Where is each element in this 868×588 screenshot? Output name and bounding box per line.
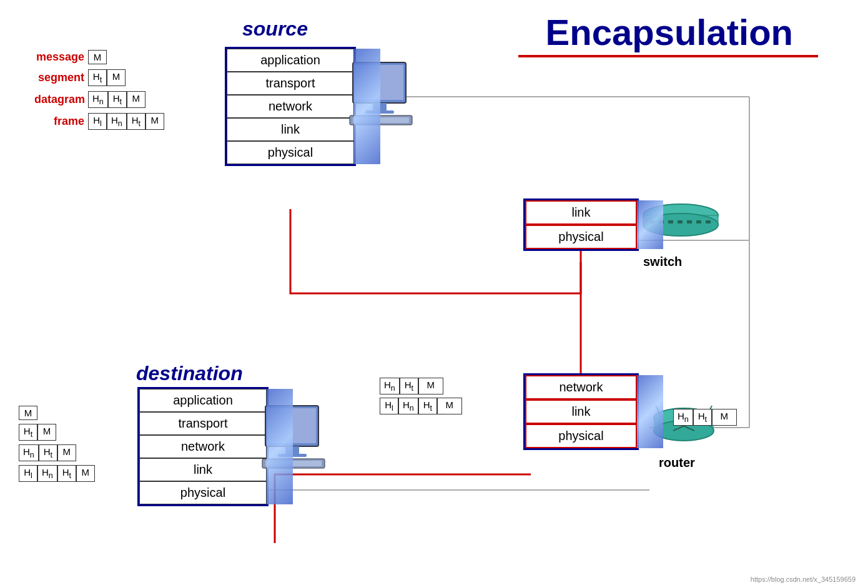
router-data-row1: Hn Ht M	[380, 378, 462, 394]
router-network-layer: network	[525, 375, 637, 399]
legend-dest-row1: M	[19, 406, 95, 420]
legend-datagram-boxes: Hn Ht M	[88, 91, 145, 108]
legend-box: Hn	[19, 444, 39, 461]
legend-box: Ht	[19, 424, 37, 441]
legend-datagram-label: datagram	[34, 93, 84, 106]
legend-message-label: message	[34, 51, 84, 64]
legend-frame-boxes: Hl Hn Ht M	[88, 113, 164, 130]
source-network-layer: network	[227, 95, 354, 118]
svg-rect-24	[687, 220, 692, 223]
legend-box: Ht	[39, 444, 57, 461]
switch-link-layer: link	[525, 200, 637, 225]
legend-top-left: message M segment Ht M datagram Hn Ht M …	[34, 50, 164, 135]
legend-dest-boxes3: Hn Ht M	[19, 444, 76, 461]
dest-application-layer: application	[139, 389, 267, 412]
data-box: Hn	[398, 398, 418, 414]
switch-stack: link physical	[523, 198, 639, 251]
legend-box: Ht	[88, 69, 107, 86]
legend-frame-label: frame	[34, 115, 84, 128]
source-label: source	[242, 17, 308, 41]
source-link-layer: link	[227, 118, 354, 141]
router-data-boxes: Hn Ht M Hl Hn Ht M	[380, 378, 462, 414]
legend-box: M	[19, 406, 37, 420]
legend-box: Hl	[88, 113, 107, 130]
destination-label: destination	[136, 362, 243, 385]
dest-physical-layer: physical	[139, 481, 267, 504]
destination-stack: application transport network link physi…	[137, 387, 269, 506]
legend-box: M	[127, 91, 145, 108]
legend-row-message: message M	[34, 50, 164, 64]
legend-row-datagram: datagram Hn Ht M	[34, 91, 164, 108]
router-data-row2: Hl Hn Ht M	[380, 398, 462, 414]
legend-box: M	[145, 113, 164, 130]
data-box: Hn	[673, 409, 693, 426]
legend-box: Hn	[107, 113, 127, 130]
svg-rect-23	[678, 220, 683, 223]
dest-transport-layer: transport	[139, 412, 267, 435]
legend-box: Ht	[108, 91, 127, 108]
legend-box: Hl	[19, 465, 37, 482]
router-stack: network link physical	[523, 373, 639, 450]
legend-box: M	[76, 465, 95, 482]
legend-box: M	[37, 424, 56, 441]
title-underline	[518, 55, 818, 57]
legend-box: Hn	[37, 465, 57, 482]
legend-box: M	[107, 69, 126, 86]
data-box: Ht	[418, 398, 437, 414]
switch-label: switch	[643, 255, 682, 269]
legend-dest-boxes1: M	[19, 406, 37, 420]
source-physical-layer: physical	[227, 141, 354, 164]
router-link-layer: link	[525, 399, 637, 424]
legend-box: Hn	[88, 91, 108, 108]
data-box: Hl	[380, 398, 398, 414]
legend-message-boxes: M	[88, 50, 107, 64]
page-title: Encapsulation	[546, 11, 793, 53]
data-box: Ht	[693, 409, 712, 426]
data-box: M	[418, 378, 443, 394]
legend-dest-row2: Ht M	[19, 424, 95, 441]
data-box: Hn	[380, 378, 400, 394]
data-box: Ht	[400, 378, 418, 394]
legend-dest-boxes4: Hl Hn Ht M	[19, 465, 95, 482]
router-physical-layer: physical	[525, 424, 637, 448]
router-label: router	[659, 456, 695, 470]
router-right-data-boxes: Hn Ht M	[673, 409, 737, 426]
legend-segment-label: segment	[34, 71, 84, 84]
data-box: M	[437, 398, 462, 414]
legend-box: Ht	[57, 465, 76, 482]
dest-network-layer: network	[139, 435, 267, 458]
legend-bottom-left: M Ht M Hn Ht M Hl Hn Ht M	[19, 406, 95, 486]
svg-rect-26	[706, 220, 711, 223]
switch-physical-layer: physical	[525, 225, 637, 249]
source-stack: application transport network link physi…	[225, 47, 356, 166]
legend-dest-row4: Hl Hn Ht M	[19, 465, 95, 482]
data-box: M	[712, 409, 737, 426]
legend-dest-boxes2: Ht M	[19, 424, 56, 441]
legend-box: M	[57, 444, 76, 461]
legend-row-frame: frame Hl Hn Ht M	[34, 113, 164, 130]
svg-rect-25	[696, 220, 701, 223]
legend-box: Ht	[127, 113, 145, 130]
legend-dest-row3: Hn Ht M	[19, 444, 95, 461]
legend-segment-boxes: Ht M	[88, 69, 126, 86]
legend-box: M	[88, 50, 107, 64]
legend-row-segment: segment Ht M	[34, 69, 164, 86]
source-transport-layer: transport	[227, 72, 354, 95]
url-text: https://blog.csdn.net/x_345159659	[751, 576, 856, 583]
svg-rect-22	[668, 220, 673, 223]
source-application-layer: application	[227, 49, 354, 72]
dest-link-layer: link	[139, 458, 267, 481]
